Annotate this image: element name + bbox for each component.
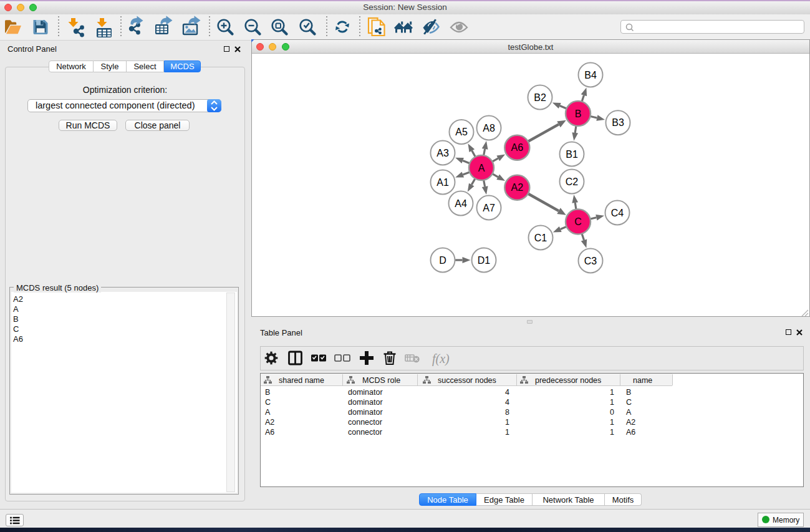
svg-text:B: B bbox=[575, 109, 582, 119]
svg-text:A6: A6 bbox=[511, 142, 524, 153]
svg-text:D1: D1 bbox=[478, 255, 491, 266]
svg-text:C1: C1 bbox=[534, 233, 547, 243]
svg-text:C2: C2 bbox=[566, 177, 579, 187]
svg-text:A8: A8 bbox=[483, 123, 495, 133]
svg-text:C4: C4 bbox=[611, 208, 624, 218]
svg-text:A1: A1 bbox=[436, 177, 449, 188]
svg-text:A7: A7 bbox=[483, 203, 495, 213]
svg-text:B3: B3 bbox=[612, 117, 624, 128]
svg-text:B2: B2 bbox=[534, 92, 546, 103]
svg-text:B1: B1 bbox=[566, 149, 578, 160]
svg-text:B4: B4 bbox=[584, 70, 597, 80]
svg-text:A3: A3 bbox=[436, 148, 449, 158]
svg-text:C: C bbox=[574, 216, 582, 227]
svg-text:A: A bbox=[478, 163, 485, 173]
svg-text:f(x): f(x) bbox=[432, 352, 450, 366]
svg-text:A2: A2 bbox=[511, 182, 524, 193]
svg-text:A5: A5 bbox=[455, 127, 468, 137]
svg-text:C3: C3 bbox=[584, 256, 597, 266]
svg-text:D: D bbox=[439, 255, 446, 266]
svg-text:A4: A4 bbox=[455, 198, 467, 209]
